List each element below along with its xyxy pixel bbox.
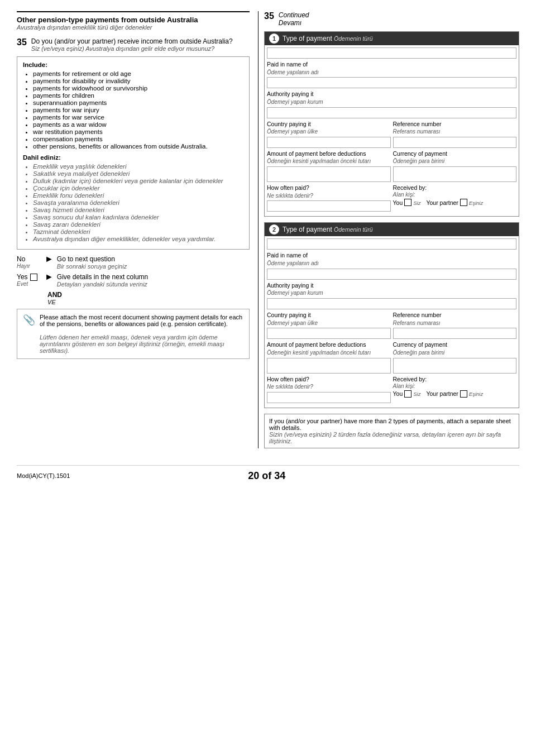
type-input-2[interactable] (267, 238, 516, 250)
amount-currency-row-2: Amount of payment before deductions Öden… (267, 341, 516, 373)
country-turkish-2: Ödemeyi yapan ülke (267, 320, 318, 326)
list-item: war restitution payments (33, 128, 243, 135)
paid-name-input-2[interactable] (267, 269, 516, 280)
list-item: payments for war injury (33, 107, 243, 113)
you-turkish-2: Siz (413, 391, 420, 397)
list-item: Emeklilik fonu ödenekleri (33, 192, 243, 199)
right-column: 35 Continued Devamı 1 Type of payment Öd… (258, 11, 519, 448)
payment-2-type-turkish: Ödemenin türü (334, 226, 372, 233)
howoften-label-2: How often paid? (267, 376, 309, 382)
currency-input-2[interactable] (393, 358, 517, 374)
howoften-input-2[interactable] (267, 392, 391, 403)
yes-arrow-icon: ► (45, 272, 54, 282)
payment-1-number: 1 (269, 34, 279, 44)
footer-page-number: 20 of 34 (248, 470, 285, 482)
country-input[interactable] (267, 137, 391, 148)
howoften-field-2: How often paid? Ne sıklıkta ödenir? (267, 376, 391, 403)
question-text: Do you (and/or your partner) receive inc… (31, 37, 233, 45)
you-checkbox[interactable] (404, 199, 411, 206)
list-item: other pensions, benefits or allowances f… (33, 143, 243, 150)
amount-field: Amount of payment before deductions Öden… (267, 150, 391, 182)
yes-label-turkish: Evet (17, 281, 45, 287)
howoften-turkish: Ne sıklıkta ödenir? (267, 193, 313, 199)
you-label: You (393, 199, 403, 206)
list-item: Savaş hizmeti ödenekleri (33, 207, 243, 213)
payment-2-fields: Paid in name of Ödeme yapılanın adı Auth… (265, 236, 519, 407)
no-text-turkish: Bir sonraki soruya geçiniz (57, 263, 127, 270)
you-checkbox-2[interactable] (404, 390, 411, 398)
received-field-2: Received by: Alan kişi: You Siz (393, 376, 517, 403)
you-checkbox-item-2: You Siz (393, 390, 421, 398)
yes-no-section: No Hayır ► Go to next question Bir sonra… (17, 255, 250, 359)
reference-input[interactable] (393, 137, 517, 148)
type-input[interactable] (267, 47, 516, 59)
howoften-turkish-2: Ne sıklıkta ödenir? (267, 384, 313, 390)
currency-label-2: Currency of payment (393, 341, 447, 348)
payment-2-number: 2 (269, 224, 279, 235)
payment-block-2: 2 Type of payment Ödemenin türü (264, 222, 519, 408)
howoften-received-row-2: How often paid? Ne sıklıkta ödenir? Rece… (267, 376, 516, 403)
country-label: Country paying it (267, 121, 311, 127)
amount-label-2: Amount of payment before deductions (267, 341, 366, 348)
amount-input-2[interactable] (267, 358, 391, 374)
amount-label: Amount of payment before deductions (267, 150, 366, 157)
list-item: Savaşta yaralanma ödenekleri (33, 199, 243, 206)
payment-2-header: 2 Type of payment Ödemenin türü (265, 223, 519, 236)
note-box: 📎 Please attach the most recent document… (17, 309, 250, 359)
yes-label: Yes (17, 273, 28, 281)
payment-1-header: 1 Type of payment Ödemenin türü (265, 32, 519, 45)
list-item: payments for retirement or old age (33, 70, 243, 77)
type-row-2 (267, 238, 516, 250)
paid-name-turkish: Ödeme yapılanın adı (267, 69, 319, 75)
footer-note-turkish: Sizin (ve/veya eşinizin) 2 türden fazla … (269, 431, 501, 444)
amount-field-2: Amount of payment before deductions Öden… (267, 341, 391, 373)
currency-input[interactable] (393, 166, 517, 182)
received-label-2: Received by: (393, 376, 427, 382)
type-row (267, 47, 516, 59)
reference-turkish-2: Referans numarası (393, 320, 441, 326)
paid-name-input[interactable] (267, 77, 516, 88)
footer-note-box: If you (and/or your partner) have more t… (264, 414, 519, 448)
partner-label: Your partner (426, 199, 458, 206)
partner-checkbox-2[interactable] (460, 390, 467, 398)
yes-row: Yes Evet ► Give details in the next colu… (17, 273, 250, 288)
country-input-2[interactable] (267, 328, 391, 339)
you-label-2: You (393, 390, 403, 397)
payment-1-type-label: Type of payment (283, 35, 332, 42)
list-item: Savaş sonucu dul kalan kadınlara ödenekl… (33, 214, 243, 221)
list-item: Savaş zararı ödenekleri (33, 221, 243, 228)
authority-field-2: Authority paying it Ödemeyi yapan kurum (267, 282, 516, 309)
reference-input-2[interactable] (393, 328, 517, 339)
partner-checkbox[interactable] (460, 199, 467, 206)
list-item: payments for widowhood or survivorship (33, 85, 243, 92)
authority-label-2: Authority paying it (267, 282, 313, 289)
authority-input-2[interactable] (267, 298, 516, 309)
received-turkish: Alan kişi: (393, 192, 415, 198)
page-footer: Mod(iA)CY(T).1501 20 of 34 (17, 465, 519, 482)
left-column: Other pension-type payments from outside… (17, 11, 258, 448)
paid-name-row-2: Paid in name of Ödeme yapılanın adı (267, 252, 516, 279)
currency-label: Currency of payment (393, 150, 447, 157)
amount-turkish-2: Ödeneğin kesinti yapılmadan önceki tutar… (267, 350, 371, 356)
footer-mod: Mod(iA)CY(T).1501 (17, 472, 70, 479)
no-text: Go to next question (57, 255, 127, 263)
amount-input[interactable] (267, 166, 391, 182)
footer-note-text: If you (and/or your partner) have more t… (269, 418, 511, 431)
payment-1-type-turkish: Ödemenin türü (334, 35, 372, 42)
currency-field-2: Currency of payment Ödeneğin para birimi (393, 341, 517, 373)
page-title: Other pension-type payments from outside… (17, 16, 250, 24)
list-item: payments for children (33, 92, 243, 99)
partner-checkbox-item: Your partner Eşiniz (426, 199, 483, 206)
howoften-input[interactable] (267, 200, 391, 212)
paid-name-field-2: Paid in name of Ödeme yapılanın adı (267, 252, 516, 279)
country-turkish: Ödemeyi yapan ülke (267, 128, 318, 135)
list-item: Dulluk (kadınlar için) ödenekleri veya g… (33, 178, 243, 184)
paid-name-label-2: Paid in name of (267, 252, 308, 259)
yes-checkbox[interactable] (30, 274, 37, 281)
continued-header: 35 Continued Devamı (264, 11, 519, 27)
yes-text: Give details in the next column (57, 273, 148, 281)
country-label-2: Country paying it (267, 312, 311, 318)
question-text-turkish: Siz (ve/veya eşiniz) Avustralya dışından… (31, 45, 233, 52)
authority-input[interactable] (267, 107, 516, 118)
type-field (267, 47, 516, 59)
